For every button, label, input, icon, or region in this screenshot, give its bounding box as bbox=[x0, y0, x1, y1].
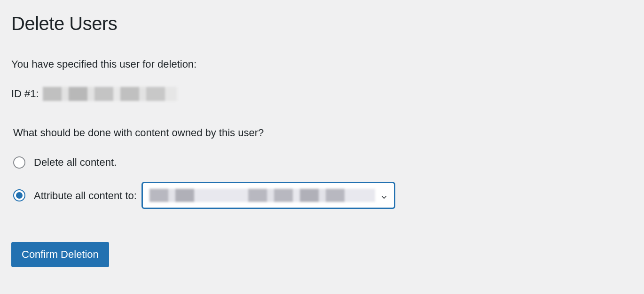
content-legend: What should be done with content owned b… bbox=[13, 125, 633, 140]
reassign-user-select[interactable] bbox=[141, 182, 395, 209]
user-name-redacted bbox=[43, 87, 177, 101]
label-attribute[interactable]: Attribute all content to: bbox=[34, 188, 137, 203]
reassign-user-value-redacted bbox=[149, 189, 375, 202]
label-delete-all[interactable]: Delete all content. bbox=[34, 155, 117, 170]
chevron-down-icon bbox=[380, 191, 388, 200]
user-id-prefix: ID #1: bbox=[11, 86, 39, 101]
radio-attribute[interactable] bbox=[13, 189, 25, 201]
page-title: Delete Users bbox=[11, 9, 633, 38]
option-delete-all-row: Delete all content. bbox=[13, 155, 633, 170]
user-line: ID #1: bbox=[11, 86, 633, 101]
option-attribute-row: Attribute all content to: bbox=[13, 182, 633, 209]
intro-text: You have specified this user for deletio… bbox=[11, 56, 633, 72]
confirm-deletion-button[interactable]: Confirm Deletion bbox=[11, 242, 109, 267]
radio-delete-all[interactable] bbox=[13, 156, 25, 169]
